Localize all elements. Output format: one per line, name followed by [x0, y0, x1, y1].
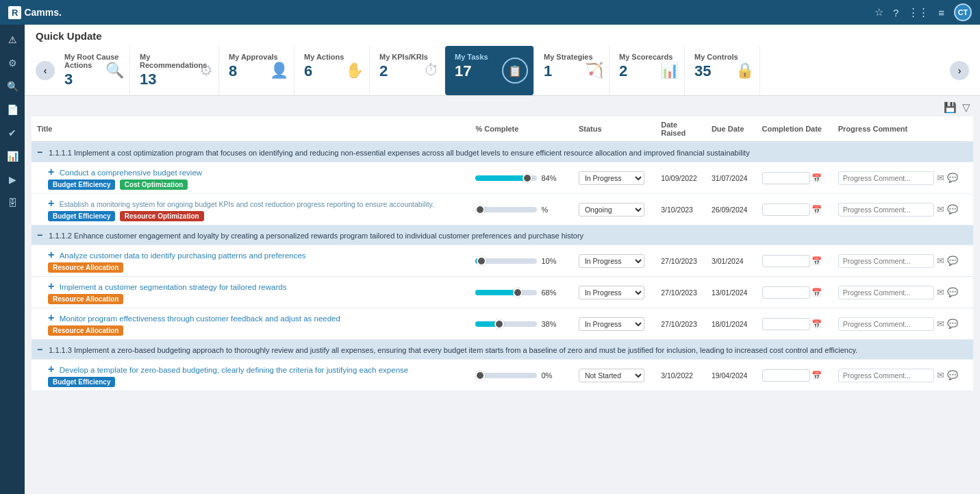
task-title-2[interactable]: Establish a monitoring system for ongoin…	[60, 200, 434, 208]
card-actions[interactable]: My Actions 6 ✋	[294, 46, 370, 95]
sidebar-icon-checklist[interactable]: ✔	[2, 123, 23, 143]
chat-btn-5[interactable]: 💬	[947, 319, 958, 329]
card-recommendations[interactable]: MyRecommendations 13 ⚙	[130, 46, 219, 95]
menu-icon[interactable]: ≡	[938, 7, 944, 18]
task-expand-1[interactable]: +	[48, 166, 54, 177]
task-expand-6[interactable]: +	[48, 363, 54, 375]
task-title-3[interactable]: Analyze customer data to identify purcha…	[60, 251, 306, 260]
task-title-6[interactable]: Develop a template for zero-based budget…	[60, 366, 409, 374]
tag-budget-efficiency-2[interactable]: Budget Efficiency	[48, 211, 115, 221]
comment-input-1[interactable]	[838, 171, 934, 185]
completion-input-5[interactable]	[762, 318, 810, 330]
task-expand-4[interactable]: +	[48, 280, 54, 292]
task-status-cell-4[interactable]: Not Started In Progress Ongoing Complete…	[573, 277, 655, 308]
filter-icon[interactable]: ▽	[962, 101, 970, 114]
card-strategies[interactable]: My Strategies 1 🏹	[534, 46, 610, 95]
completion-input-1[interactable]	[762, 172, 810, 184]
task-expand-2[interactable]: +	[48, 197, 54, 209]
status-select-4[interactable]: Not Started In Progress Ongoing Complete…	[579, 286, 644, 299]
task-status-cell-3[interactable]: Not Started In Progress Ongoing Complete…	[573, 245, 655, 277]
task-status-cell-2[interactable]: Not Started In Progress Ongoing Complete…	[573, 194, 655, 225]
sidebar-icon-chart[interactable]: 📊	[2, 147, 23, 166]
sidebar-icon-document[interactable]: 📄	[2, 100, 23, 119]
card-approvals[interactable]: My Approvals 8 👤	[219, 46, 294, 95]
tag-resource-allocation-5[interactable]: Resource Allocation	[48, 325, 123, 336]
help-icon[interactable]: ?	[893, 7, 899, 18]
chat-btn-2[interactable]: 💬	[947, 204, 958, 214]
task-completion-cell-1[interactable]: 📅	[757, 162, 833, 194]
chat-btn-1[interactable]: 💬	[947, 173, 958, 183]
task-title-5[interactable]: Monitor program effectiveness through cu…	[60, 314, 340, 323]
tag-cost-optimization-1[interactable]: Cost Optimization	[120, 180, 188, 190]
comment-input-3[interactable]	[838, 254, 934, 268]
group-toggle-2[interactable]: −	[37, 230, 42, 240]
calendar-icon-4[interactable]: 📅	[812, 288, 822, 297]
email-btn-1[interactable]: ✉	[937, 173, 944, 183]
task-completion-cell-4[interactable]: 📅	[757, 277, 833, 308]
tag-resource-allocation-4[interactable]: Resource Allocation	[48, 294, 123, 304]
progress-track-6[interactable]	[475, 373, 537, 378]
calendar-icon-3[interactable]: 📅	[812, 256, 822, 266]
progress-track-4[interactable]	[475, 290, 537, 295]
sidebar-icon-film[interactable]: ▶	[2, 170, 23, 189]
card-root-cause[interactable]: My Root CauseActions 3 🔍	[55, 46, 130, 95]
task-title-1[interactable]: Conduct a comprehensive budget review	[60, 169, 202, 177]
comment-input-2[interactable]	[838, 203, 934, 217]
comment-input-5[interactable]	[838, 317, 934, 331]
sidebar-icon-warning[interactable]: ⚠	[2, 30, 23, 49]
sidebar-icon-sliders[interactable]: ⚙	[2, 53, 23, 73]
progress-track-2[interactable]	[475, 207, 537, 212]
save-icon[interactable]: 💾	[944, 101, 957, 114]
email-btn-4[interactable]: ✉	[937, 287, 944, 297]
status-select-1[interactable]: Not Started In Progress Ongoing Complete…	[579, 171, 644, 185]
comment-input-6[interactable]	[838, 369, 934, 382]
card-tasks[interactable]: My Tasks 17 📋	[445, 46, 534, 95]
task-completion-cell-6[interactable]: 📅	[757, 360, 833, 391]
status-select-5[interactable]: Not Started In Progress Ongoing Complete…	[579, 317, 644, 331]
task-title-4[interactable]: Implement a customer segmentation strate…	[60, 283, 287, 291]
group-toggle-3[interactable]: −	[37, 344, 42, 355]
grid-icon[interactable]: ⋮⋮	[908, 6, 929, 18]
card-scorecards[interactable]: My Scorecards 2 📊	[610, 46, 685, 95]
sidebar-icon-search[interactable]: 🔍	[2, 77, 23, 96]
completion-input-3[interactable]	[762, 255, 810, 267]
status-select-2[interactable]: Not Started In Progress Ongoing Complete…	[579, 203, 644, 217]
cards-prev-button[interactable]: ‹	[36, 61, 55, 80]
completion-input-6[interactable]	[762, 369, 810, 382]
comment-input-4[interactable]	[838, 286, 934, 299]
tag-budget-efficiency-1[interactable]: Budget Efficiency	[48, 180, 115, 190]
progress-track-5[interactable]	[475, 321, 537, 327]
completion-input-4[interactable]	[762, 286, 810, 299]
card-kpis[interactable]: My KPIs/KRIs 2 ⏱	[370, 46, 445, 95]
tag-resource-optimization-2[interactable]: Resource Optimization	[120, 211, 204, 221]
progress-track-1[interactable]	[475, 175, 537, 181]
content-area[interactable]: 💾 ▽ Title % Complete Status DateRaised D…	[25, 96, 980, 494]
email-btn-5[interactable]: ✉	[937, 319, 944, 329]
calendar-icon-5[interactable]: 📅	[812, 319, 822, 329]
email-btn-3[interactable]: ✉	[937, 256, 944, 266]
tag-budget-efficiency-6[interactable]: Budget Efficiency	[48, 377, 115, 387]
group-toggle-1[interactable]: −	[37, 147, 42, 158]
task-expand-3[interactable]: +	[48, 249, 54, 260]
sidebar-icon-database[interactable]: 🗄	[2, 193, 23, 212]
progress-track-3[interactable]	[475, 258, 537, 264]
task-expand-5[interactable]: +	[48, 312, 54, 323]
chat-btn-3[interactable]: 💬	[947, 256, 958, 266]
calendar-icon-6[interactable]: 📅	[812, 371, 822, 380]
completion-input-2[interactable]	[762, 203, 810, 216]
user-avatar[interactable]: CT	[954, 3, 972, 21]
tag-resource-allocation-3[interactable]: Resource Allocation	[48, 262, 123, 273]
email-btn-2[interactable]: ✉	[937, 204, 944, 214]
status-select-3[interactable]: Not Started In Progress Ongoing Complete…	[579, 254, 644, 268]
chat-btn-4[interactable]: 💬	[947, 287, 958, 297]
calendar-icon-2[interactable]: 📅	[812, 205, 822, 214]
calendar-icon-1[interactable]: 📅	[812, 173, 822, 183]
task-completion-cell-5[interactable]: 📅	[757, 308, 833, 340]
card-controls[interactable]: My Controls 35 🔒	[685, 46, 760, 95]
star-icon[interactable]: ☆	[875, 6, 883, 18]
chat-btn-6[interactable]: 💬	[947, 370, 958, 380]
task-status-cell-5[interactable]: Not Started In Progress Ongoing Complete…	[573, 308, 655, 340]
task-status-cell-1[interactable]: Not Started In Progress Ongoing Complete…	[573, 162, 655, 194]
task-completion-cell-2[interactable]: 📅	[757, 194, 833, 225]
task-status-cell-6[interactable]: Not Started In Progress Ongoing Complete…	[573, 360, 655, 391]
